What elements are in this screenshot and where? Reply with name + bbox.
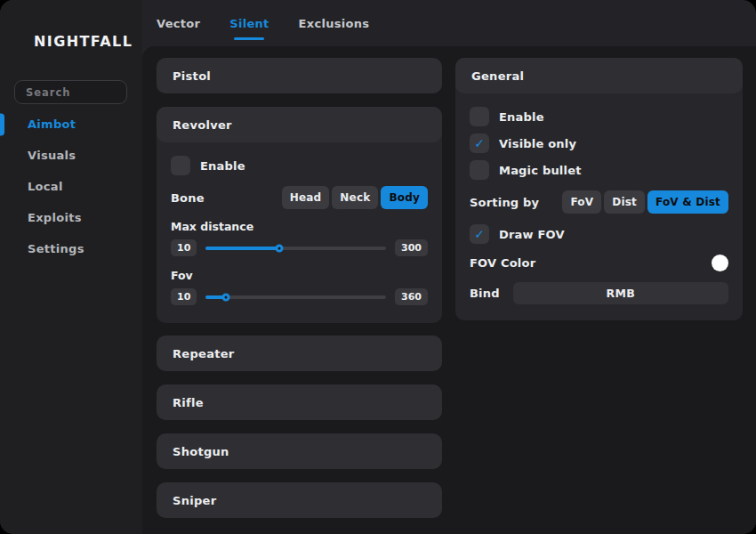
sidebar-item-aimbot[interactable]: Aimbot (0, 109, 142, 140)
panel-title: Repeater (173, 347, 235, 360)
sidebar-item-local[interactable]: Local (0, 171, 142, 202)
fov-slider-row: 10 360 (171, 288, 428, 305)
slider-fill (205, 247, 279, 250)
panel-general-body: ✓ Enable ✓ Visible only ✓ (455, 93, 743, 320)
slider-thumb[interactable] (221, 293, 229, 301)
weapons-column: Pistol Revolver ✓ Enable Bone (157, 58, 442, 531)
bind-label: Bind (470, 287, 500, 300)
app-title: NIGHTFALL (34, 33, 142, 50)
search-input[interactable] (14, 80, 127, 104)
content-area: Pistol Revolver ✓ Enable Bone (142, 46, 756, 534)
sidebar-nav: Aimbot Visuals Local Exploits Settings (0, 109, 142, 264)
visible-only-checkbox[interactable]: ✓ (470, 134, 489, 153)
tab-label: Vector (157, 17, 200, 30)
sorting-option-dist[interactable]: Dist (604, 190, 645, 214)
panel-shotgun[interactable]: Shotgun (157, 433, 442, 469)
panel-title: Pistol (173, 69, 211, 83)
bind-row: Bind RMB (470, 282, 728, 304)
magic-bullet-label: Magic bullet (499, 164, 582, 177)
bind-key-button[interactable]: RMB (513, 282, 728, 304)
check-icon: ✓ (474, 228, 485, 240)
panel-revolver-body: ✓ Enable Bone Head Neck Body Max dist (157, 142, 442, 323)
max-distance-label: Max distance (171, 220, 428, 233)
fov-color-label: FOV Color (470, 256, 535, 270)
sidebar-item-visuals[interactable]: Visuals (0, 140, 142, 171)
check-icon: ✓ (474, 137, 485, 150)
sorting-option-fov-and-dist[interactable]: FoV & Dist (647, 190, 728, 214)
slider-min-value: 10 (171, 288, 197, 305)
sidebar-item-settings[interactable]: Settings (0, 233, 142, 264)
sidebar-item-label: Settings (28, 242, 84, 255)
panel-revolver-header[interactable]: Revolver (157, 107, 442, 142)
active-indicator (0, 113, 4, 135)
sidebar-item-label: Local (28, 180, 63, 193)
fov-color-row: FOV Color (470, 255, 728, 271)
fov-slider-group: Fov 10 360 (171, 269, 428, 305)
bind-key-value: RMB (607, 287, 636, 300)
sidebar-item-label: Exploits (28, 211, 82, 224)
revolver-enable-checkbox[interactable]: ✓ (171, 156, 190, 175)
panel-sniper[interactable]: Sniper (157, 482, 442, 518)
fov-slider[interactable] (205, 295, 386, 299)
general-enable-label: Enable (499, 110, 544, 124)
visible-only-row: ✓ Visible only (470, 134, 728, 153)
tab-label: Silent (229, 17, 269, 30)
panel-title: Rifle (173, 396, 204, 409)
panel-general: General ✓ Enable ✓ Visible only (455, 58, 743, 320)
panel-title: Revolver (173, 118, 232, 132)
nightfall-window: NIGHTFALL Aimbot Visuals Local Exploits … (0, 0, 756, 534)
panel-title: Sniper (173, 494, 216, 507)
general-column: General ✓ Enable ✓ Visible only (455, 58, 743, 333)
general-enable-row: ✓ Enable (470, 107, 728, 126)
fov-label: Fov (171, 269, 428, 282)
max-distance-slider-row: 10 300 (171, 239, 428, 256)
draw-fov-row: ✓ Draw FOV (470, 224, 728, 244)
sorting-segmented-control: FoV Dist FoV & Dist (562, 190, 728, 214)
sorting-row: Sorting by FoV Dist FoV & Dist (470, 190, 728, 214)
max-distance-slider-group: Max distance 10 300 (171, 220, 428, 256)
draw-fov-label: Draw FOV (499, 228, 565, 241)
tab-active-underline (234, 37, 264, 41)
revolver-enable-label: Enable (200, 159, 245, 173)
general-enable-checkbox[interactable]: ✓ (470, 107, 489, 126)
panel-pistol[interactable]: Pistol (157, 58, 442, 93)
bone-label: Bone (171, 191, 205, 205)
slider-max-value: 300 (395, 239, 428, 256)
tab-bar: Vector Silent Exclusions (157, 0, 369, 46)
panel-repeater[interactable]: Repeater (157, 336, 442, 371)
magic-bullet-row: ✓ Magic bullet (470, 160, 728, 180)
bone-segmented-control: Head Neck Body (282, 186, 428, 209)
sidebar-item-exploits[interactable]: Exploits (0, 202, 142, 233)
bone-option-head[interactable]: Head (282, 186, 330, 209)
sorting-label: Sorting by (470, 196, 539, 209)
visible-only-label: Visible only (499, 137, 576, 150)
panel-title: Shotgun (173, 445, 229, 458)
tab-label: Exclusions (299, 17, 370, 30)
tab-vector[interactable]: Vector (157, 0, 200, 46)
magic-bullet-checkbox[interactable]: ✓ (470, 160, 489, 180)
revolver-bone-row: Bone Head Neck Body (171, 186, 428, 209)
sidebar-item-label: Aimbot (28, 117, 76, 131)
panel-revolver: Revolver ✓ Enable Bone Head Neck (157, 107, 442, 323)
slider-min-value: 10 (171, 239, 197, 256)
tab-silent[interactable]: Silent (229, 0, 269, 46)
revolver-enable-row: ✓ Enable (171, 156, 428, 175)
bone-option-neck[interactable]: Neck (332, 186, 378, 209)
panel-title: General (471, 69, 524, 83)
slider-thumb[interactable] (276, 244, 284, 252)
sorting-option-fov[interactable]: FoV (562, 190, 601, 214)
draw-fov-checkbox[interactable]: ✓ (470, 224, 489, 244)
panel-rifle[interactable]: Rifle (157, 384, 442, 420)
sidebar-item-label: Visuals (28, 149, 76, 162)
panel-general-header[interactable]: General (455, 58, 743, 93)
max-distance-slider[interactable] (205, 247, 386, 250)
slider-max-value: 360 (395, 288, 428, 305)
sidebar: NIGHTFALL Aimbot Visuals Local Exploits … (0, 0, 142, 534)
fov-color-swatch[interactable] (712, 255, 728, 271)
tab-exclusions[interactable]: Exclusions (299, 0, 370, 46)
bone-option-body[interactable]: Body (381, 186, 428, 209)
